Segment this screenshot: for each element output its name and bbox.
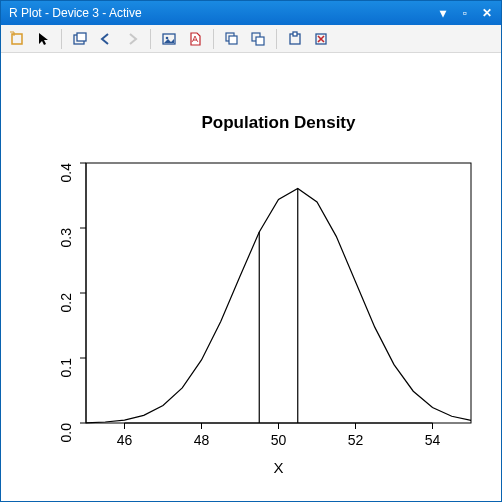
toolbar-separator — [213, 29, 214, 49]
close-button[interactable]: ✕ — [477, 5, 497, 21]
window-controls: ▾ ▫ ✕ — [433, 5, 497, 21]
svg-rect-8 — [256, 37, 264, 45]
y-tick-label: 0.2 — [58, 293, 74, 313]
window-title: R Plot - Device 3 - Active — [9, 6, 433, 20]
cascade-windows-icon[interactable] — [220, 27, 244, 51]
y-tick-label: 0.3 — [58, 228, 74, 248]
svg-rect-6 — [229, 36, 237, 44]
x-tick-label: 48 — [194, 432, 210, 448]
density-curve — [86, 188, 471, 422]
y-tick-label: 0.4 — [58, 163, 74, 183]
tile-windows-icon[interactable] — [246, 27, 270, 51]
x-tick-label: 50 — [271, 432, 287, 448]
toolbar-separator — [276, 29, 277, 49]
toolbar — [1, 25, 501, 53]
plot-area[interactable]: Population Density46485052540.00.10.20.3… — [1, 53, 501, 501]
chart-title: Population Density — [202, 113, 357, 132]
plot-box — [86, 163, 471, 423]
select-cursor-icon[interactable] — [31, 27, 55, 51]
maximize-button[interactable]: ▫ — [455, 5, 475, 21]
svg-rect-2 — [77, 33, 86, 41]
back-arrow-icon[interactable] — [94, 27, 118, 51]
copy-icon[interactable] — [68, 27, 92, 51]
svg-rect-10 — [293, 32, 297, 36]
chart-svg: Population Density46485052540.00.10.20.3… — [1, 53, 501, 501]
window-titlebar: R Plot - Device 3 - Active ▾ ▫ ✕ — [1, 1, 501, 25]
toolbar-separator — [150, 29, 151, 49]
y-tick-label: 0.0 — [58, 423, 74, 443]
y-tick-label: 0.1 — [58, 358, 74, 378]
x-axis-label: X — [273, 459, 283, 476]
export-pdf-icon[interactable] — [183, 27, 207, 51]
minimize-button[interactable]: ▾ — [433, 5, 453, 21]
x-tick-label: 54 — [425, 432, 441, 448]
x-tick-label: 46 — [117, 432, 133, 448]
svg-point-4 — [166, 36, 169, 39]
close-device-icon[interactable] — [309, 27, 333, 51]
export-image-icon[interactable] — [157, 27, 181, 51]
new-window-icon[interactable] — [5, 27, 29, 51]
toolbar-separator — [61, 29, 62, 49]
forward-arrow-icon[interactable] — [120, 27, 144, 51]
x-tick-label: 52 — [348, 432, 364, 448]
fit-window-icon[interactable] — [283, 27, 307, 51]
